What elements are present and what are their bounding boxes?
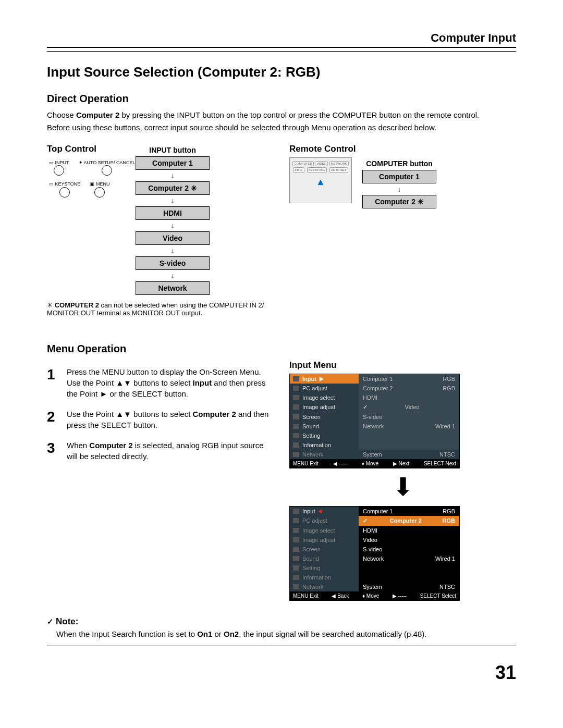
osd-2: Input◀Computer 1RGB PC adjustComputer 2R… [289,506,460,601]
osd-1: Input▶Computer 1RGB PC adjustComputer 2R… [289,374,460,468]
osd1-system-name: System [363,451,382,458]
page-header: Computer Input [47,31,516,45]
osd1-pc-text: PC adjust [302,385,327,391]
remote-control-label: Remote Control [289,144,516,154]
remote-computer-btn: COMPUTER [292,161,313,167]
step-num-3: 3 [47,440,58,462]
top-control-column: Top Control ▭ INPUT ✦ AUTO SETUP/ CANCEL [47,144,274,317]
osd1-imgadj-text: Image adjust [302,404,335,410]
menu-button-icon [94,187,105,198]
osd2-sound: Sound [290,554,359,563]
osd2-sub5-val: Wired 1 [435,556,455,562]
osd2-sub5: NetworkWired 1 [359,554,459,563]
osd2-network: Network [290,582,359,591]
direct-operation-heading: Direct Operation [47,93,516,105]
osd1-imgsel-text: Image select [302,394,335,401]
step1bold: Input [192,378,212,387]
osd1-network-text: Network [302,451,323,458]
top-control-figure: ▭ INPUT ✦ AUTO SETUP/ CANCEL ▭ KEYSTONE [47,157,120,202]
osd1-sub2-name: HDMI [363,394,377,401]
note-body: When the Input Search function is set to… [56,629,516,639]
osd1-sub2: HDMI [359,393,459,402]
osd2-sub2: HDMI [359,526,459,535]
osd1-blank1 [359,431,459,440]
osd2-system: SystemNTSC [359,582,459,591]
source-svideo: S-video [136,256,210,270]
osd1-sub3-name: Video [405,404,420,411]
step3a: When [67,441,89,450]
osd2-info-text: Information [302,574,331,581]
input-button-icon [54,165,64,176]
osd2-pcadjust: PC adjust [290,516,359,526]
note-b2: On2 [224,630,239,638]
screen-icon [293,414,299,419]
osd1-sub5: NetworkWired 1 [359,422,459,431]
osd2-blank2 [359,573,459,582]
menu-operation-heading: Menu Operation [47,343,516,355]
arrow-icon: ↓ [171,197,175,204]
osd1-sound: Sound [290,422,359,431]
tc-auto-label: AUTO SETUP/ CANCEL [84,160,136,165]
osd2-sub4: S-video [359,545,459,554]
osd1-sub1-name: Computer 2 [363,385,393,391]
input-chain: INPUT button Computer 1 ↓ Computer 2 ✳ ↓… [136,146,210,295]
osd1-network: Network [290,450,359,459]
note-heading: ✓Note: [47,616,516,627]
direct-operation-para1: Choose Computer 2 by pressing the INPUT … [47,110,516,120]
osd2-network-text: Network [302,584,323,590]
step2a: Use the Point ▲▼ buttons to select [67,410,192,418]
osd2-sub1-name: Computer 2 [390,517,422,524]
tc-menu-label: MENU [96,181,110,187]
osd2-input-text: Input [302,508,315,514]
osd1-pcadjust: PC adjust [290,384,359,393]
osd1-system-val: NTSC [439,451,455,458]
osd1-info-text: Information [302,442,331,448]
osd2-footer-move: ♦ Move [362,593,379,599]
osd1-footer-move: ♦ Move [362,461,378,466]
osd2-screen: Screen [290,545,359,554]
menu-steps: 1 Press the MENU button to display the O… [47,366,274,601]
osd1-sub5-name: Network [363,423,384,429]
osd1-footer-next: ▶ Next [393,461,409,466]
osd2-sub0-val: RGB [443,508,455,514]
para1-bold: Computer 2 [76,110,119,119]
osd1-sub4: S-video [359,412,459,422]
remote-info-btn: INFO. [293,167,304,173]
osd1-setting: Setting [290,431,359,440]
osd2-system-val: NTSC [439,584,455,590]
network-icon [293,584,299,589]
arrow-icon: ↓ [171,222,175,229]
remote-autoset-btn: AUTO SET [329,167,348,173]
osd2-footer-exit: MENU Exit [293,593,319,599]
osd2-sub1-val: RGB [443,517,455,524]
para1a: Choose [47,110,76,119]
osd1-footer-exit: MENU Exit [293,461,319,466]
remote-source-computer2: Computer 2 ✳ [362,195,436,208]
osd2-footer-back: ◀ Back [332,593,349,599]
osd1-input-text: Input [302,376,316,382]
note-or: or [212,630,224,638]
osd2-imgsel: Image select [290,526,359,535]
osd1-sub0-name: Computer 1 [363,376,393,382]
tc-keystone-label: KEYSTONE [55,181,81,187]
osd2-blank1 [359,563,459,573]
pc-adjust-icon [293,518,299,523]
footer-rule [47,646,516,646]
check-icon: ✓ [47,617,54,626]
osd2-imgadj-text: Image adjust [302,537,335,543]
remote-nav-icon: ▲ [316,177,325,188]
osd1-sub3: Video [359,402,459,412]
osd1-sub1-val: RGB [443,385,455,391]
pc-adjust-icon [293,386,299,391]
note-b1: On1 [197,630,212,638]
osd2-screen-text: Screen [302,546,321,552]
osd2-sub0-name: Computer 1 [363,508,393,514]
osd1-sound-text: Sound [302,423,319,429]
note-c: , the input signal will be searched auto… [239,630,426,638]
osd1-info: Information [290,440,359,450]
big-arrow-down-icon: ⬇ [289,475,516,500]
direct-operation-para2: Before using these buttons, correct inpu… [47,122,516,133]
osd2-input: Input◀ [290,507,359,516]
remote-network-btn: NETWORK [329,161,349,167]
step3bold: Computer 2 [89,441,132,450]
